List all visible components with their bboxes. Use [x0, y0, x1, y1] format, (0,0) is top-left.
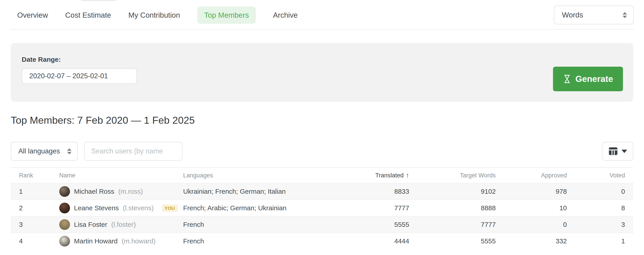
tab-cost-estimate[interactable]: Cost Estimate	[65, 6, 111, 24]
member-username: (l.stevens)	[123, 204, 154, 212]
cropped-top-element	[81, 0, 116, 1]
report-title: Top Members: 7 Feb 2020 — 1 Feb 2025	[11, 114, 633, 126]
voted-cell: 0	[567, 188, 625, 195]
tab-overview[interactable]: Overview	[17, 6, 48, 24]
column-header-target-words[interactable]: Target Words	[409, 172, 496, 179]
select-arrows-icon	[622, 12, 627, 18]
rank-cell: 1	[19, 188, 59, 195]
translated-cell: 5555	[360, 221, 409, 228]
translated-cell: 4444	[360, 237, 409, 245]
name-cell: Michael Ross (m.ross)	[59, 186, 183, 197]
report-tab-bar: Overview Cost Estimate My Contribution T…	[0, 0, 644, 24]
member-username: (m.ross)	[118, 188, 143, 195]
table-row: 3 Lisa Foster (l.foster) French 5555 777…	[11, 216, 633, 233]
member-username: (m.howard)	[122, 237, 156, 245]
column-header-name[interactable]: Name	[59, 172, 183, 179]
column-header-languages[interactable]: Languages	[183, 172, 360, 179]
column-header-rank[interactable]: Rank	[19, 172, 59, 179]
language-filter-value: All languages	[18, 147, 60, 155]
member-name[interactable]: Leane Stevens	[74, 204, 119, 212]
generate-button[interactable]: Generate	[553, 67, 623, 91]
approved-cell: 978	[496, 188, 567, 195]
approved-cell: 332	[496, 237, 567, 245]
approved-cell: 10	[496, 204, 567, 212]
table-body: 1 Michael Ross (m.ross) Ukrainian; Frenc…	[11, 183, 633, 249]
you-badge: YOU	[162, 204, 178, 212]
chevron-down-icon	[622, 150, 627, 153]
avatar	[59, 236, 70, 246]
table-row: 1 Michael Ross (m.ross) Ukrainian; Frenc…	[11, 183, 633, 200]
report-tabs: Overview Cost Estimate My Contribution T…	[17, 6, 298, 24]
rank-cell: 3	[19, 221, 59, 228]
member-username: (l.foster)	[111, 221, 136, 228]
voted-cell: 3	[567, 221, 625, 228]
column-header-approved[interactable]: Approved	[496, 172, 567, 179]
tabbar-divider	[10, 29, 634, 30]
sort-ascending-icon: ↑	[406, 172, 409, 179]
tab-top-members[interactable]: Top Members	[197, 6, 256, 24]
columns-settings-button[interactable]	[602, 142, 633, 160]
column-header-translated[interactable]: Translated ↑	[360, 172, 409, 179]
languages-cell: French	[183, 221, 360, 228]
member-name[interactable]: Lisa Foster	[74, 221, 107, 228]
date-range-value: 2020-02-07 – 2025-02-01	[29, 72, 108, 80]
generate-button-label: Generate	[575, 74, 613, 84]
date-range-input[interactable]: 2020-02-07 – 2025-02-01	[22, 68, 137, 84]
avatar	[59, 186, 70, 197]
languages-cell: French	[183, 237, 360, 245]
date-range-label: Date Range:	[22, 56, 623, 63]
columns-icon	[608, 146, 618, 156]
rank-cell: 2	[19, 204, 59, 212]
approved-cell: 0	[496, 221, 567, 228]
voted-cell: 8	[567, 204, 625, 212]
tab-archive[interactable]: Archive	[273, 6, 298, 24]
target-words-cell: 5555	[409, 237, 496, 245]
member-name[interactable]: Martin Howard	[74, 237, 118, 245]
table-row: 2 Leane Stevens (l.stevens) YOU French; …	[11, 200, 633, 216]
translated-cell: 7777	[360, 204, 409, 212]
tab-my-contribution[interactable]: My Contribution	[128, 6, 180, 24]
languages-cell: Ukrainian; French; German; Italian	[183, 188, 360, 195]
voted-cell: 1	[567, 237, 625, 245]
unit-selector[interactable]: Words	[554, 6, 634, 24]
name-cell: Lisa Foster (l.foster)	[59, 219, 183, 230]
member-name[interactable]: Michael Ross	[74, 188, 114, 195]
language-filter-select[interactable]: All languages	[11, 142, 78, 160]
translated-cell: 8833	[360, 188, 409, 195]
hourglass-icon	[563, 74, 571, 84]
target-words-cell: 7777	[409, 221, 496, 228]
table-toolbar: All languages	[11, 142, 633, 160]
target-words-cell: 9102	[409, 188, 496, 195]
name-cell: Leane Stevens (l.stevens) YOU	[59, 203, 183, 214]
rank-cell: 4	[19, 237, 59, 245]
report-settings-panel: Date Range: 2020-02-07 – 2025-02-01 Gene…	[11, 43, 633, 102]
column-header-translated-label: Translated	[375, 172, 404, 179]
target-words-cell: 8888	[409, 204, 496, 212]
unit-selector-value: Words	[562, 11, 583, 19]
column-header-voted[interactable]: Voted	[567, 172, 625, 179]
table-row: 4 Martin Howard (m.howard) French 4444 5…	[11, 233, 633, 249]
name-cell: Martin Howard (m.howard)	[59, 236, 183, 246]
avatar	[59, 219, 70, 230]
top-members-report-page: Overview Cost Estimate My Contribution T…	[0, 0, 644, 255]
search-input[interactable]	[84, 142, 182, 160]
members-table: Rank Name Languages Translated ↑ Target …	[11, 167, 633, 249]
table-header: Rank Name Languages Translated ↑ Target …	[11, 167, 633, 183]
select-arrows-icon	[67, 148, 72, 154]
languages-cell: French; Arabic; German; Ukrainian	[183, 204, 360, 212]
avatar	[59, 203, 70, 214]
